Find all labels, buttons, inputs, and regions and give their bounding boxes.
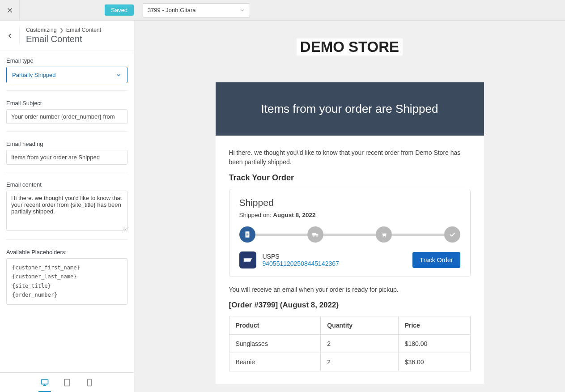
chevron-right-icon: ❯ (59, 27, 64, 33)
check-icon (448, 230, 456, 239)
table-header: Quantity (321, 316, 398, 335)
chevron-down-icon (240, 8, 245, 13)
sidebar-header: Customizing ❯ Email Content Email Conten… (0, 21, 134, 51)
svg-point-4 (313, 235, 314, 237)
placeholder-item: {order_number} (12, 290, 122, 299)
table-header: Product (229, 316, 321, 335)
store-title: DEMO STORE (297, 38, 403, 55)
email-type-label: Email type (6, 57, 127, 64)
page-title: Email Content (26, 34, 101, 44)
table-row: Beanie 2 $36.00 (229, 353, 470, 371)
breadcrumb: Customizing ❯ Email Content (26, 27, 101, 33)
device-preview-footer (0, 372, 134, 392)
breadcrumb-root[interactable]: Customizing (26, 27, 57, 33)
chevron-down-icon (115, 72, 122, 78)
tablet-icon (63, 378, 72, 387)
breadcrumb-child: Email Content (66, 27, 102, 33)
tablet-preview-button[interactable] (62, 377, 72, 388)
shipped-label: Shipped (239, 197, 460, 208)
mobile-icon (85, 378, 94, 387)
saved-badge: Saved (105, 4, 134, 16)
email-type-value: Partially Shipped (12, 72, 56, 78)
track-order-button[interactable]: Track Order (412, 252, 460, 268)
table-header: Price (398, 316, 470, 335)
svg-point-5 (316, 235, 318, 237)
placeholder-item: {customer_first_name} (12, 263, 122, 272)
progress-step-ordered (239, 226, 255, 243)
progress-step-out-for-delivery (376, 226, 392, 243)
svg-rect-2 (87, 379, 91, 386)
order-selector[interactable]: 3799 - Jonh Gitara (143, 3, 250, 17)
order-selector-value: 3799 - Jonh Gitara (148, 7, 196, 13)
tracking-card: Shipped Shipped on: August 8, 2022 (229, 189, 471, 277)
carrier-name: USPS (263, 253, 407, 260)
document-icon (243, 230, 251, 239)
svg-point-6 (382, 236, 383, 237)
progress-step-delivered (444, 226, 460, 243)
progress-tracker (239, 226, 460, 243)
svg-rect-0 (41, 379, 48, 384)
close-button[interactable] (0, 0, 20, 21)
back-button[interactable] (0, 27, 20, 44)
pickup-note: You will receive an email when your orde… (229, 285, 471, 294)
track-section-title: Track Your Order (229, 173, 471, 183)
truck-icon (311, 230, 319, 239)
preview-area: DEMO STORE Items from your order are Shi… (134, 21, 565, 392)
cart-icon (380, 230, 388, 239)
order-items-table: Product Quantity Price Sunglasses 2 $180… (229, 316, 471, 371)
placeholders-label: Available Placeholders: (6, 249, 127, 256)
email-content-textarea[interactable] (6, 191, 127, 231)
carrier-logo (239, 251, 256, 268)
table-row: Sunglasses 2 $180.00 (229, 335, 470, 353)
email-heading-label: Email heading (6, 141, 127, 147)
placeholders-box: {customer_first_name} {customer_last_nam… (6, 258, 127, 305)
tracking-number-link[interactable]: 9405511202508445142367 (263, 260, 407, 267)
placeholder-item: {customer_last_name} (12, 272, 122, 281)
svg-point-7 (385, 236, 386, 237)
shipped-date: Shipped on: August 8, 2022 (239, 212, 460, 218)
email-banner: Items from your order are Shipped (216, 82, 484, 136)
email-intro: Hi there. we thought you\'d like to know… (229, 148, 471, 167)
placeholder-item: {site_title} (12, 281, 122, 290)
email-content-label: Email content (6, 181, 127, 188)
email-heading-input[interactable] (6, 150, 127, 165)
sidebar: Customizing ❯ Email Content Email Conten… (0, 21, 134, 392)
desktop-preview-button[interactable] (39, 377, 50, 388)
mobile-preview-button[interactable] (84, 377, 95, 388)
usps-icon (243, 255, 253, 265)
email-subject-input[interactable] (6, 109, 127, 124)
progress-step-shipped (307, 226, 323, 243)
desktop-icon (40, 378, 49, 387)
svg-rect-1 (64, 379, 70, 386)
close-icon (6, 6, 14, 14)
topbar: Saved 3799 - Jonh Gitara (0, 0, 565, 21)
email-subject-label: Email Subject (6, 100, 127, 107)
chevron-left-icon (6, 32, 13, 39)
email-type-select[interactable]: Partially Shipped (6, 67, 127, 83)
order-heading: [Order #3799] (August 8, 2022) (229, 301, 471, 310)
